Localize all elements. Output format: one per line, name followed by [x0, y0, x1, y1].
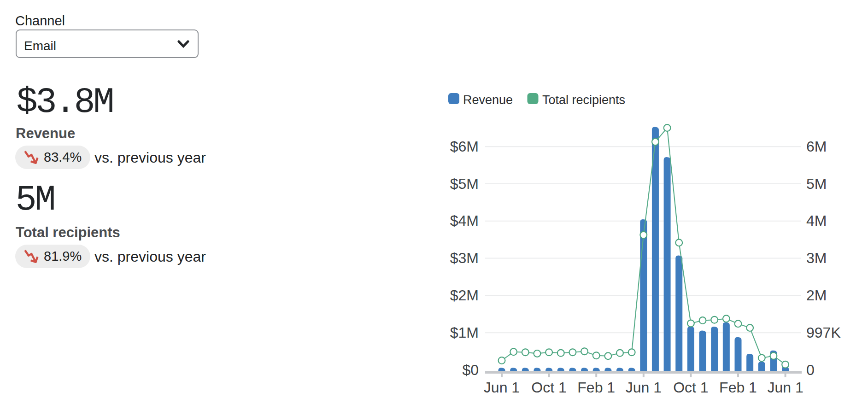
svg-text:Jun 1: Jun 1 — [767, 379, 803, 396]
svg-text:Oct 1: Oct 1 — [673, 379, 708, 396]
svg-text:Oct 1: Oct 1 — [531, 379, 566, 396]
svg-text:Jun 1: Jun 1 — [484, 379, 520, 396]
svg-text:6M: 6M — [806, 138, 827, 155]
svg-text:Jun 1: Jun 1 — [626, 379, 662, 396]
svg-text:3M: 3M — [806, 250, 827, 266]
svg-text:4M: 4M — [806, 212, 827, 229]
svg-text:$6M: $6M — [450, 138, 479, 155]
svg-text:$4M: $4M — [450, 212, 479, 229]
svg-text:Revenue: Revenue — [463, 93, 513, 107]
svg-text:0: 0 — [806, 362, 815, 378]
svg-text:5M: 5M — [806, 176, 827, 192]
svg-text:$3M: $3M — [450, 250, 479, 266]
svg-text:$5M: $5M — [450, 176, 479, 192]
svg-text:$2M: $2M — [450, 287, 479, 304]
svg-text:$0: $0 — [462, 362, 479, 378]
svg-text:997K: 997K — [806, 324, 841, 341]
svg-text:$1M: $1M — [450, 324, 479, 341]
svg-text:Feb 1: Feb 1 — [577, 379, 615, 396]
svg-text:2M: 2M — [806, 287, 827, 304]
svg-text:Feb 1: Feb 1 — [719, 379, 757, 396]
svg-text:Total recipients: Total recipients — [542, 93, 625, 107]
